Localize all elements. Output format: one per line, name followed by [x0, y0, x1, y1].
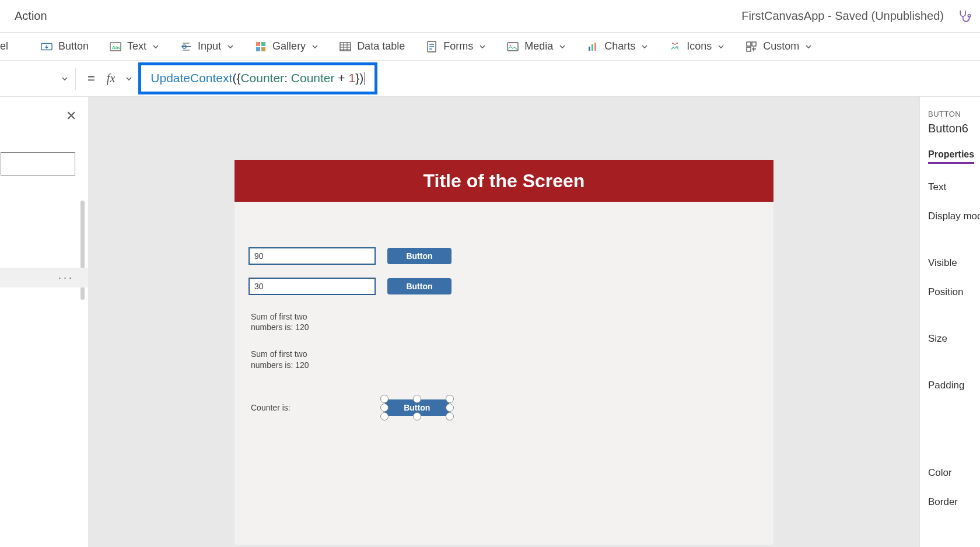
ribbon-input[interactable]: Input	[180, 40, 234, 52]
formula-token-ref: Counter	[291, 71, 335, 85]
svg-rect-19	[747, 47, 751, 51]
ribbon-data-table[interactable]: Data table	[340, 40, 405, 52]
resize-handle[interactable]	[380, 404, 388, 412]
button-1[interactable]: Button	[387, 248, 452, 264]
ribbon-icons-label: Icons	[687, 40, 712, 52]
ribbon-button-label: Button	[58, 40, 89, 52]
formula-token-key: Counter	[240, 71, 284, 85]
action-menu-label[interactable]: Action	[6, 9, 47, 23]
ribbon-input-label: Input	[198, 40, 221, 52]
custom-icon	[746, 41, 757, 52]
top-bar: Action FirstCanvasApp - Saved (Unpublish…	[0, 0, 980, 33]
ribbon-forms-label: Forms	[443, 40, 473, 52]
control-kind-label: BUTTON	[928, 110, 980, 118]
resize-handle[interactable]	[413, 412, 421, 420]
svg-rect-17	[747, 42, 751, 46]
resize-handle[interactable]	[446, 404, 454, 412]
svg-rect-18	[752, 42, 756, 46]
ribbon-custom[interactable]: Custom	[746, 40, 812, 52]
ribbon-icons[interactable]: + Icons	[669, 40, 724, 52]
svg-rect-8	[261, 47, 265, 51]
svg-rect-15	[594, 43, 596, 51]
svg-text:+: +	[677, 45, 679, 49]
formula-token-num: 1	[348, 71, 355, 85]
screen-title: Title of the Screen	[424, 170, 585, 192]
property-dropdown[interactable]	[0, 68, 76, 90]
formula-bar: = fx UpdateContext({Counter: Counter + 1…	[0, 61, 980, 97]
resize-handle[interactable]	[380, 395, 388, 403]
chevron-down-icon	[152, 43, 159, 50]
selected-control[interactable]: Button	[385, 399, 449, 416]
counter-row: Counter is: Button	[251, 399, 760, 416]
button-2[interactable]: Button	[387, 278, 452, 294]
prop-color[interactable]: Color	[928, 467, 980, 479]
button-icon	[41, 41, 52, 52]
text-input-1[interactable]	[249, 247, 376, 265]
icons-icon: +	[669, 41, 681, 52]
svg-text:Abc: Abc	[112, 45, 121, 50]
screen-body: Button Button Sum of first two numbers i…	[235, 202, 774, 430]
forms-icon	[426, 41, 438, 52]
prop-display-mode[interactable]: Display mod	[928, 211, 980, 222]
text-cursor	[365, 72, 365, 85]
properties-tab[interactable]: Properties	[928, 149, 974, 164]
svg-point-0	[968, 14, 970, 16]
resize-handle[interactable]	[446, 395, 454, 403]
counter-label: Counter is:	[251, 403, 290, 412]
formula-token: +	[335, 71, 349, 85]
svg-rect-6	[261, 42, 265, 46]
prop-position[interactable]: Position	[928, 286, 980, 298]
ribbon-custom-label: Custom	[763, 40, 799, 52]
resize-handle[interactable]	[446, 412, 454, 420]
input-icon	[180, 41, 192, 52]
formula-input[interactable]: UpdateContext({Counter: Counter + 1})	[138, 62, 377, 94]
control-name: Button6	[928, 122, 980, 135]
ribbon-button[interactable]: Button	[41, 40, 89, 52]
ribbon-cut-item[interactable]: el	[0, 40, 8, 52]
app-checker-icon[interactable]	[956, 7, 974, 26]
ribbon-text[interactable]: Abc Text	[110, 40, 159, 52]
fx-indicator[interactable]: fx	[107, 72, 132, 85]
screen-header: Title of the Screen	[235, 160, 774, 202]
prop-visible[interactable]: Visible	[928, 257, 980, 269]
more-icon[interactable]: ···	[58, 272, 74, 284]
fx-label: fx	[107, 72, 118, 85]
prop-border[interactable]: Border	[928, 496, 980, 508]
chevron-down-icon	[559, 43, 566, 50]
chevron-down-icon	[227, 43, 234, 50]
text-icon: Abc	[110, 41, 121, 52]
chevron-down-icon	[641, 43, 648, 50]
prop-text[interactable]: Text	[928, 181, 980, 193]
chevron-down-icon	[312, 43, 318, 50]
ribbon: el Button Abc Text Input Gallery Dat	[0, 33, 980, 61]
ribbon-forms[interactable]: Forms	[426, 40, 486, 52]
screen-canvas[interactable]: Title of the Screen Button Button Sum of…	[235, 160, 774, 545]
formula-token: :	[284, 71, 291, 85]
ribbon-charts[interactable]: Charts	[587, 40, 648, 52]
chevron-down-icon	[61, 75, 68, 82]
input-row-1: Button	[249, 247, 760, 265]
ribbon-gallery-label: Gallery	[272, 40, 306, 52]
formula-token: })	[355, 71, 363, 85]
tree-item-selected[interactable]: ···	[0, 268, 88, 287]
ribbon-data-table-label: Data table	[357, 40, 405, 52]
charts-icon	[587, 41, 598, 52]
close-icon[interactable]: ✕	[66, 108, 76, 124]
search-input-fragment[interactable]	[1, 152, 75, 176]
resize-handle[interactable]	[380, 412, 388, 420]
resize-handle[interactable]	[413, 395, 421, 403]
canvas-area[interactable]: Title of the Screen Button Button Sum of…	[89, 97, 919, 547]
ribbon-cut-label: el	[0, 40, 8, 52]
chevron-down-icon	[718, 43, 724, 50]
ribbon-charts-label: Charts	[604, 40, 635, 52]
svg-rect-7	[256, 47, 260, 51]
text-input-2[interactable]	[249, 278, 376, 295]
ribbon-gallery[interactable]: Gallery	[255, 40, 318, 52]
prop-size[interactable]: Size	[928, 333, 980, 345]
ribbon-media[interactable]: Media	[507, 40, 566, 52]
app-title: FirstCanvasApp - Saved (Unpublished)	[741, 9, 944, 23]
svg-rect-11	[508, 43, 518, 51]
data-table-icon	[340, 41, 351, 52]
tree-view-panel: ✕ ···	[0, 97, 89, 547]
prop-padding[interactable]: Padding	[928, 380, 980, 391]
